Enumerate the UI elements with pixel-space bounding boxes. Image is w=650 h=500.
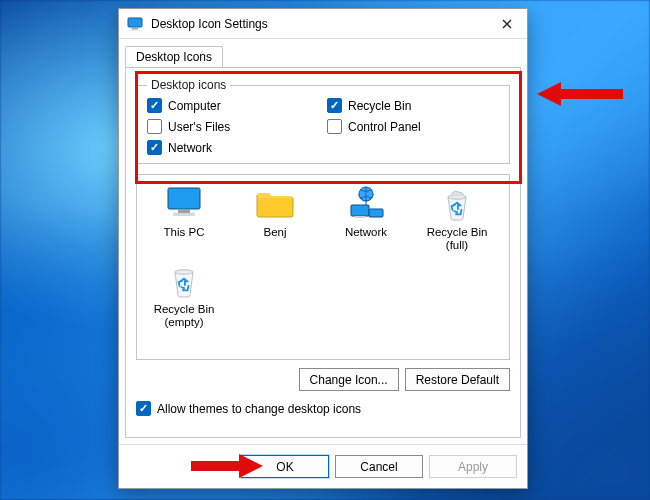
checkbox-box xyxy=(147,98,162,113)
checkbox-label: Recycle Bin xyxy=(348,99,411,113)
checkbox-label: Network xyxy=(168,141,212,155)
checkbox-allow-themes[interactable]: Allow themes to change desktop icons xyxy=(136,401,510,416)
recycle-bin-empty-icon xyxy=(143,260,225,300)
ok-button[interactable]: OK xyxy=(241,455,329,478)
window-title: Desktop Icon Settings xyxy=(151,17,268,31)
checkbox-box xyxy=(147,140,162,155)
checkbox-label: User's Files xyxy=(168,120,230,134)
preview-user-folder[interactable]: Benj xyxy=(234,181,316,254)
restore-default-button[interactable]: Restore Default xyxy=(405,368,510,391)
tab-body: Desktop icons Computer Recycle Bin User'… xyxy=(125,67,521,438)
close-button[interactable] xyxy=(493,13,521,35)
icon-label: This PC xyxy=(143,226,225,254)
icon-preview-well: This PC Benj xyxy=(136,174,510,360)
checkbox-box xyxy=(136,401,151,416)
checkbox-label: Control Panel xyxy=(348,120,421,134)
preview-recycle-bin-empty[interactable]: Recycle Bin (empty) xyxy=(143,258,225,331)
svg-rect-7 xyxy=(178,210,190,213)
preview-this-pc[interactable]: This PC xyxy=(143,181,225,254)
apply-button[interactable]: Apply xyxy=(429,455,517,478)
preview-network[interactable]: Network xyxy=(325,181,407,254)
checkbox-network[interactable]: Network xyxy=(147,140,319,155)
titlebar: Desktop Icon Settings xyxy=(119,9,527,39)
checkbox-label: Allow themes to change desktop icons xyxy=(157,402,361,416)
svg-rect-1 xyxy=(128,18,142,27)
preview-recycle-bin-full[interactable]: Recycle Bin (full) xyxy=(416,181,498,254)
svg-rect-4 xyxy=(131,29,140,30)
this-pc-icon xyxy=(143,183,225,223)
checkbox-computer[interactable]: Computer xyxy=(147,98,319,113)
icon-label: Benj xyxy=(234,226,316,254)
svg-point-14 xyxy=(175,270,193,274)
tab-desktop-icons[interactable]: Desktop Icons xyxy=(125,46,223,68)
dialog-button-bar: OK Cancel Apply xyxy=(119,444,527,488)
checkbox-control-panel[interactable]: Control Panel xyxy=(327,119,499,134)
svg-rect-3 xyxy=(132,28,138,29)
recycle-bin-full-icon xyxy=(416,183,498,223)
cancel-button[interactable]: Cancel xyxy=(335,455,423,478)
folder-icon xyxy=(234,183,316,223)
svg-rect-11 xyxy=(369,209,383,217)
checkbox-box xyxy=(327,119,342,134)
dialog-window: Desktop Icon Settings Desktop Icons Desk… xyxy=(118,8,528,489)
tabstrip: Desktop Icons xyxy=(119,39,527,67)
icon-label: Recycle Bin (empty) xyxy=(143,303,225,331)
group-desktop-icons: Desktop icons Computer Recycle Bin User'… xyxy=(136,78,510,164)
app-icon xyxy=(127,16,143,32)
icon-label: Recycle Bin (full) xyxy=(416,226,498,254)
svg-rect-5 xyxy=(168,188,200,209)
checkbox-recycle-bin[interactable]: Recycle Bin xyxy=(327,98,499,113)
checkbox-label: Computer xyxy=(168,99,221,113)
icon-label: Network xyxy=(325,226,407,254)
svg-rect-12 xyxy=(355,216,365,218)
svg-rect-10 xyxy=(351,205,369,216)
close-icon xyxy=(502,19,512,29)
checkbox-users-files[interactable]: User's Files xyxy=(147,119,319,134)
change-icon-button[interactable]: Change Icon... xyxy=(299,368,399,391)
checkbox-box xyxy=(327,98,342,113)
checkbox-box xyxy=(147,119,162,134)
svg-rect-8 xyxy=(173,213,195,216)
group-legend: Desktop icons xyxy=(147,78,230,92)
network-icon xyxy=(325,183,407,223)
